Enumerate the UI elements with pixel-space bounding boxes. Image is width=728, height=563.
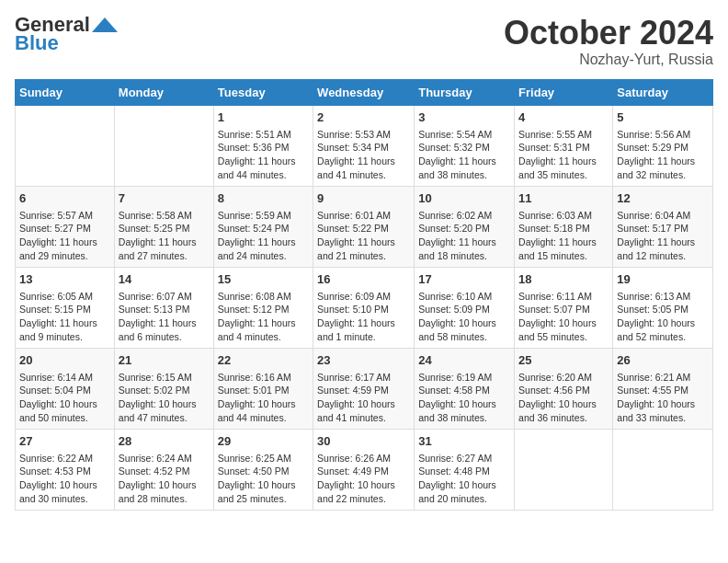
day-header-friday: Friday <box>515 79 613 105</box>
calendar-cell: 29Sunrise: 6:25 AMSunset: 4:50 PMDayligh… <box>213 429 313 510</box>
calendar-cell: 19Sunrise: 6:13 AMSunset: 5:05 PMDayligh… <box>613 267 713 348</box>
day-number: 3 <box>418 109 510 126</box>
calendar-cell: 5Sunrise: 5:56 AMSunset: 5:29 PMDaylight… <box>613 105 713 186</box>
calendar-cell: 21Sunrise: 6:15 AMSunset: 5:02 PMDayligh… <box>114 348 213 429</box>
calendar-cell: 31Sunrise: 6:27 AMSunset: 4:48 PMDayligh… <box>415 429 515 510</box>
day-number: 2 <box>317 109 410 126</box>
day-number: 23 <box>317 352 410 369</box>
day-number: 22 <box>218 352 309 369</box>
calendar-table: SundayMondayTuesdayWednesdayThursdayFrid… <box>15 79 713 511</box>
cell-content: Sunrise: 6:08 AMSunset: 5:12 PMDaylight:… <box>218 291 296 342</box>
cell-content: Sunrise: 5:56 AMSunset: 5:29 PMDaylight:… <box>617 129 695 180</box>
day-number: 25 <box>518 352 609 369</box>
cell-content: Sunrise: 5:58 AMSunset: 5:25 PMDaylight:… <box>119 210 197 261</box>
cell-content: Sunrise: 5:59 AMSunset: 5:24 PMDaylight:… <box>218 210 296 261</box>
cell-content: Sunrise: 6:20 AMSunset: 4:56 PMDaylight:… <box>518 372 597 423</box>
logo-icon <box>92 16 118 34</box>
cell-content: Sunrise: 5:55 AMSunset: 5:31 PMDaylight:… <box>518 129 597 180</box>
title-section: October 2024 Nozhay-Yurt, Russia <box>504 15 713 68</box>
cell-content: Sunrise: 6:04 AMSunset: 5:17 PMDaylight:… <box>617 210 695 261</box>
calendar-cell: 22Sunrise: 6:16 AMSunset: 5:01 PMDayligh… <box>213 348 313 429</box>
cell-content: Sunrise: 6:13 AMSunset: 5:05 PMDaylight:… <box>617 291 695 342</box>
calendar-cell: 25Sunrise: 6:20 AMSunset: 4:56 PMDayligh… <box>515 348 613 429</box>
day-number: 1 <box>218 109 309 126</box>
calendar-cell: 2Sunrise: 5:53 AMSunset: 5:34 PMDaylight… <box>313 105 415 186</box>
cell-content: Sunrise: 6:02 AMSunset: 5:20 PMDaylight:… <box>418 210 496 261</box>
cell-content: Sunrise: 6:10 AMSunset: 5:09 PMDaylight:… <box>418 291 496 342</box>
day-number: 28 <box>119 433 210 450</box>
calendar-cell: 28Sunrise: 6:24 AMSunset: 4:52 PMDayligh… <box>114 429 213 510</box>
calendar-cell: 3Sunrise: 5:54 AMSunset: 5:32 PMDaylight… <box>415 105 515 186</box>
calendar-cell <box>16 105 115 186</box>
day-header-tuesday: Tuesday <box>213 79 313 105</box>
month-year: October 2024 <box>504 15 713 52</box>
calendar-cell: 6Sunrise: 5:57 AMSunset: 5:27 PMDaylight… <box>16 186 115 267</box>
cell-content: Sunrise: 6:09 AMSunset: 5:10 PMDaylight:… <box>317 291 395 342</box>
day-number: 9 <box>317 190 410 207</box>
day-number: 18 <box>518 271 609 288</box>
cell-content: Sunrise: 6:25 AMSunset: 4:50 PMDaylight:… <box>218 453 296 504</box>
day-number: 13 <box>19 271 110 288</box>
day-number: 24 <box>418 352 510 369</box>
day-number: 26 <box>617 352 709 369</box>
calendar-cell: 11Sunrise: 6:03 AMSunset: 5:18 PMDayligh… <box>515 186 613 267</box>
day-header-monday: Monday <box>114 79 213 105</box>
day-header-row: SundayMondayTuesdayWednesdayThursdayFrid… <box>16 79 713 105</box>
calendar-cell: 16Sunrise: 6:09 AMSunset: 5:10 PMDayligh… <box>313 267 415 348</box>
cell-content: Sunrise: 5:54 AMSunset: 5:32 PMDaylight:… <box>418 129 496 180</box>
day-number: 29 <box>218 433 309 450</box>
day-header-thursday: Thursday <box>415 79 515 105</box>
week-row-3: 20Sunrise: 6:14 AMSunset: 5:04 PMDayligh… <box>16 348 713 429</box>
day-number: 8 <box>218 190 309 207</box>
cell-content: Sunrise: 6:24 AMSunset: 4:52 PMDaylight:… <box>119 453 197 504</box>
cell-content: Sunrise: 6:03 AMSunset: 5:18 PMDaylight:… <box>518 210 597 261</box>
cell-content: Sunrise: 6:07 AMSunset: 5:13 PMDaylight:… <box>119 291 197 342</box>
week-row-2: 13Sunrise: 6:05 AMSunset: 5:15 PMDayligh… <box>16 267 713 348</box>
calendar-cell: 27Sunrise: 6:22 AMSunset: 4:53 PMDayligh… <box>16 429 115 510</box>
day-header-saturday: Saturday <box>613 79 713 105</box>
day-number: 20 <box>19 352 110 369</box>
calendar-header: SundayMondayTuesdayWednesdayThursdayFrid… <box>16 79 713 105</box>
day-number: 12 <box>617 190 709 207</box>
calendar-cell: 4Sunrise: 5:55 AMSunset: 5:31 PMDaylight… <box>515 105 613 186</box>
calendar-cell: 9Sunrise: 6:01 AMSunset: 5:22 PMDaylight… <box>313 186 415 267</box>
cell-content: Sunrise: 6:21 AMSunset: 4:55 PMDaylight:… <box>617 372 695 423</box>
location: Nozhay-Yurt, Russia <box>504 52 713 68</box>
cell-content: Sunrise: 5:53 AMSunset: 5:34 PMDaylight:… <box>317 129 395 180</box>
cell-content: Sunrise: 6:16 AMSunset: 5:01 PMDaylight:… <box>218 372 296 423</box>
calendar-cell: 17Sunrise: 6:10 AMSunset: 5:09 PMDayligh… <box>415 267 515 348</box>
calendar-cell: 10Sunrise: 6:02 AMSunset: 5:20 PMDayligh… <box>415 186 515 267</box>
day-number: 14 <box>119 271 210 288</box>
calendar-cell: 12Sunrise: 6:04 AMSunset: 5:17 PMDayligh… <box>613 186 713 267</box>
calendar-body: 1Sunrise: 5:51 AMSunset: 5:36 PMDaylight… <box>16 105 713 510</box>
cell-content: Sunrise: 6:14 AMSunset: 5:04 PMDaylight:… <box>19 372 97 423</box>
calendar-cell: 15Sunrise: 6:08 AMSunset: 5:12 PMDayligh… <box>213 267 313 348</box>
day-number: 31 <box>418 433 510 450</box>
calendar-cell: 26Sunrise: 6:21 AMSunset: 4:55 PMDayligh… <box>613 348 713 429</box>
cell-content: Sunrise: 6:22 AMSunset: 4:53 PMDaylight:… <box>19 453 97 504</box>
cell-content: Sunrise: 6:15 AMSunset: 5:02 PMDaylight:… <box>119 372 197 423</box>
week-row-1: 6Sunrise: 5:57 AMSunset: 5:27 PMDaylight… <box>16 186 713 267</box>
day-number: 30 <box>317 433 410 450</box>
calendar-cell: 7Sunrise: 5:58 AMSunset: 5:25 PMDaylight… <box>114 186 213 267</box>
calendar-cell <box>114 105 213 186</box>
day-header-sunday: Sunday <box>16 79 115 105</box>
day-number: 7 <box>119 190 210 207</box>
logo: General Blue <box>15 15 118 53</box>
calendar-cell: 8Sunrise: 5:59 AMSunset: 5:24 PMDaylight… <box>213 186 313 267</box>
cell-content: Sunrise: 5:57 AMSunset: 5:27 PMDaylight:… <box>19 210 97 261</box>
day-number: 11 <box>518 190 609 207</box>
day-number: 27 <box>19 433 110 450</box>
day-number: 21 <box>119 352 210 369</box>
cell-content: Sunrise: 6:19 AMSunset: 4:58 PMDaylight:… <box>418 372 496 423</box>
calendar-cell: 23Sunrise: 6:17 AMSunset: 4:59 PMDayligh… <box>313 348 415 429</box>
calendar-cell: 18Sunrise: 6:11 AMSunset: 5:07 PMDayligh… <box>515 267 613 348</box>
logo-blue: Blue <box>15 33 59 53</box>
calendar-cell: 24Sunrise: 6:19 AMSunset: 4:58 PMDayligh… <box>415 348 515 429</box>
week-row-0: 1Sunrise: 5:51 AMSunset: 5:36 PMDaylight… <box>16 105 713 186</box>
week-row-4: 27Sunrise: 6:22 AMSunset: 4:53 PMDayligh… <box>16 429 713 510</box>
calendar-cell: 14Sunrise: 6:07 AMSunset: 5:13 PMDayligh… <box>114 267 213 348</box>
calendar-cell <box>613 429 713 510</box>
cell-content: Sunrise: 6:11 AMSunset: 5:07 PMDaylight:… <box>518 291 597 342</box>
calendar-cell: 13Sunrise: 6:05 AMSunset: 5:15 PMDayligh… <box>16 267 115 348</box>
